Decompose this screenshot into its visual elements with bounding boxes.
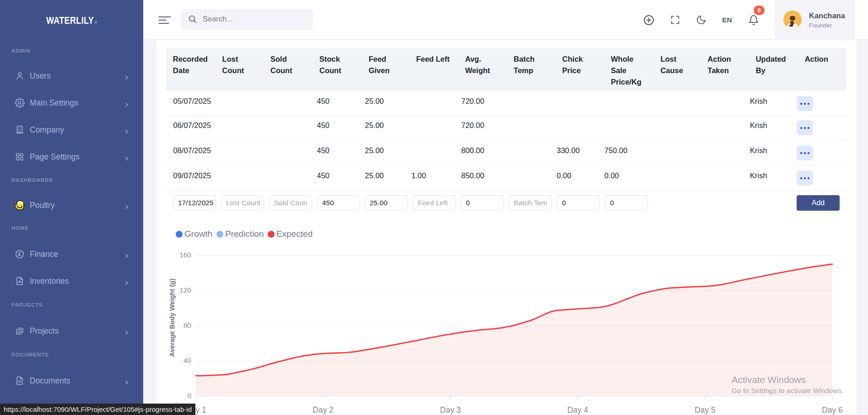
svg-text:Day 2: Day 2 bbox=[313, 405, 334, 415]
svg-text:Average Body Weight (g): Average Body Weight (g) bbox=[169, 278, 176, 357]
svg-text:160: 160 bbox=[179, 251, 191, 259]
svg-text:40: 40 bbox=[183, 356, 192, 364]
svg-text:Day 4: Day 4 bbox=[567, 405, 588, 415]
svg-text:80: 80 bbox=[183, 321, 192, 329]
svg-text:120: 120 bbox=[179, 286, 191, 294]
svg-text:Day 5: Day 5 bbox=[695, 405, 716, 415]
svg-text:£: £ bbox=[18, 251, 22, 257]
svg-text:0: 0 bbox=[187, 392, 191, 399]
svg-text:Day 3: Day 3 bbox=[440, 405, 461, 415]
svg-text:Day 6: Day 6 bbox=[822, 405, 843, 415]
